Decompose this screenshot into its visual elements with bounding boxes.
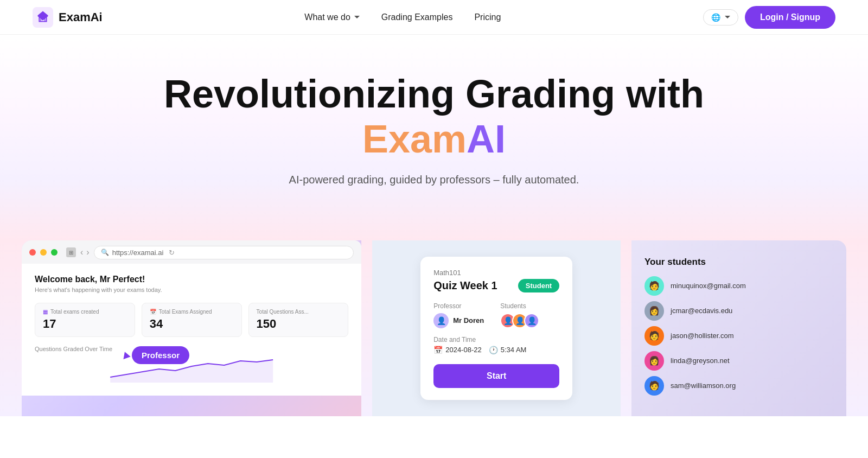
quiz-course: Math101: [433, 269, 559, 277]
browser-nav: ‹ ›: [80, 247, 90, 257]
list-item: 🧑 minuquinox@gmail.com: [644, 276, 833, 296]
date-value: 2024-08-22: [445, 346, 482, 354]
quiz-date-row: Date and Time 📅 2024-08-22 🕐 5:34 AM: [433, 336, 559, 354]
calendar-icon: 📅: [150, 309, 156, 315]
bar-chart-icon: ▦: [43, 309, 48, 315]
list-item: 👩 jcmar@ecdavis.edu: [644, 301, 833, 321]
student-avatar: 🧑: [644, 276, 664, 296]
students-label: Students: [500, 302, 539, 310]
students-card: Your students 🧑 minuquinox@gmail.com 👩 j…: [631, 240, 846, 416]
nav-grading-examples[interactable]: Grading Examples: [381, 12, 453, 22]
student-avatar: 🧑: [644, 376, 664, 396]
student-avatar: 👩: [644, 351, 664, 371]
professor-label: Professor: [433, 302, 484, 310]
address-bar[interactable]: 🔍 https://examai.ai ↻: [94, 246, 354, 259]
professor-tooltip: Professor: [122, 346, 189, 364]
prof-row: 👤 Mr Doren: [433, 313, 484, 328]
students-list: 🧑 minuquinox@gmail.com 👩 jcmar@ecdavis.e…: [644, 276, 833, 396]
hero-subtitle: AI-powered grading, guided by professors…: [33, 174, 835, 186]
stats-row: ▦ Total exams created 17 📅 Total Exams A…: [35, 303, 348, 337]
stat-label-questions: Total Questions Ass...: [257, 309, 341, 315]
search-icon: 🔍: [101, 249, 109, 256]
chevron-down-icon: [354, 16, 360, 18]
calendar-icon: 📅: [433, 346, 443, 354]
refresh-icon[interactable]: ↻: [169, 249, 175, 257]
list-item: 👩 linda@greyson.net: [644, 351, 833, 371]
stat-total-questions: Total Questions Ass... 150: [248, 303, 349, 337]
nav-pricing[interactable]: Pricing: [474, 12, 501, 22]
start-button[interactable]: Start: [433, 364, 559, 388]
cards-row: ⊞ ‹ › 🔍 https://examai.ai ↻ Welcome back…: [0, 240, 868, 416]
stat-value-questions: 150: [257, 317, 341, 331]
student-avatar: 🧑: [644, 326, 664, 346]
stat-label-exams-assigned: 📅 Total Exams Assigned: [150, 309, 234, 315]
logo-text: ExamAi: [59, 10, 103, 24]
student-email: minuquinox@gmail.com: [671, 282, 746, 290]
quiz-date-section: Date and Time 📅 2024-08-22 🕐 5:34 AM: [433, 336, 526, 354]
stat-value-exams-assigned: 34: [150, 317, 234, 331]
browser-icons: ⊞: [66, 247, 76, 257]
quiz-info-row: Professor 👤 Mr Doren Students 👤 👤 👤: [433, 302, 559, 328]
browser-content: Welcome back, Mr Perfect! Here's what's …: [22, 264, 361, 396]
sidebar-toggle-icon[interactable]: ⊞: [66, 247, 76, 257]
quiz-card: Math101 Quiz Week 1 Student Professor 👤 …: [420, 257, 572, 400]
chart-section: Questions Graded Over Time: [35, 346, 348, 385]
students-info: Students 👤 👤 👤: [500, 302, 539, 328]
logo[interactable]: ExamAi: [33, 7, 103, 28]
browser-chrome: ⊞ ‹ › 🔍 https://examai.ai ↻: [22, 240, 361, 264]
hero-title-line2: ExamAI: [33, 116, 835, 162]
chevron-down-icon: [725, 16, 730, 18]
quiz-card-container: Math101 Quiz Week 1 Student Professor 👤 …: [372, 240, 621, 416]
professor-info: Professor 👤 Mr Doren: [433, 302, 484, 328]
professor-name: Mr Doren: [453, 316, 484, 325]
student-avatar-3: 👤: [524, 313, 539, 328]
stat-label-exams-created: ▦ Total exams created: [43, 309, 127, 315]
nav-what-we-do[interactable]: What we do: [304, 12, 359, 22]
professor-badge: Professor: [132, 346, 189, 364]
forward-icon[interactable]: ›: [86, 247, 89, 257]
student-avatar: 👩: [644, 301, 664, 321]
hero-section: Revolutionizing Grading with ExamAI AI-p…: [0, 35, 868, 240]
chart-label: Questions Graded Over Time: [35, 346, 348, 352]
url-text: https://examai.ai: [112, 249, 164, 257]
hero-title-line1: Revolutionizing Grading with: [33, 73, 835, 116]
stat-value-exams-created: 17: [43, 317, 127, 331]
nav-right: 🌐 Login / Signup: [703, 6, 835, 29]
grading-chart: [35, 355, 348, 383]
cursor-arrow-icon: [121, 351, 130, 359]
logo-icon: [33, 7, 53, 28]
back-icon[interactable]: ‹: [80, 247, 83, 257]
quiz-title-row: Quiz Week 1 Student: [433, 279, 559, 292]
professor-avatar: 👤: [433, 313, 449, 328]
stat-total-exams-assigned: 📅 Total Exams Assigned 34: [142, 303, 242, 337]
hero-ai-text: AI: [467, 117, 506, 161]
nav-links: What we do Grading Examples Pricing: [304, 12, 501, 22]
login-signup-button[interactable]: Login / Signup: [745, 6, 835, 29]
stat-total-exams-created: ▦ Total exams created 17: [35, 303, 135, 337]
date-label: Date and Time: [433, 336, 526, 344]
welcome-message: Welcome back, Mr Perfect!: [35, 275, 348, 284]
list-item: 🧑 jason@hollister.com: [644, 326, 833, 346]
hero-exam-text: Exam: [362, 117, 467, 161]
browser-dot-close[interactable]: [29, 249, 36, 256]
student-avatars: 👤 👤 👤: [500, 313, 539, 328]
welcome-subtitle: Here's what's happening with your exams …: [35, 287, 348, 293]
browser-dot-minimize[interactable]: [40, 249, 47, 256]
list-item: 🧑 sam@williamson.org: [644, 376, 833, 396]
date-value-row: 📅 2024-08-22 🕐 5:34 AM: [433, 346, 526, 354]
students-title: Your students: [644, 257, 833, 268]
time-value: 5:34 AM: [501, 346, 527, 354]
quiz-title: Quiz Week 1: [433, 279, 497, 292]
globe-icon: 🌐: [711, 13, 720, 22]
language-button[interactable]: 🌐: [703, 9, 738, 26]
navbar: ExamAi What we do Grading Examples Prici…: [0, 0, 868, 35]
browser-dot-maximize[interactable]: [51, 249, 58, 256]
student-email: jcmar@ecdavis.edu: [671, 307, 732, 315]
student-email: linda@greyson.net: [671, 357, 730, 365]
student-email: jason@hollister.com: [671, 332, 734, 340]
student-email: sam@williamson.org: [671, 381, 736, 390]
dashboard-card: ⊞ ‹ › 🔍 https://examai.ai ↻ Welcome back…: [22, 240, 361, 416]
clock-icon: 🕐: [489, 346, 498, 354]
student-badge: Student: [518, 279, 559, 292]
